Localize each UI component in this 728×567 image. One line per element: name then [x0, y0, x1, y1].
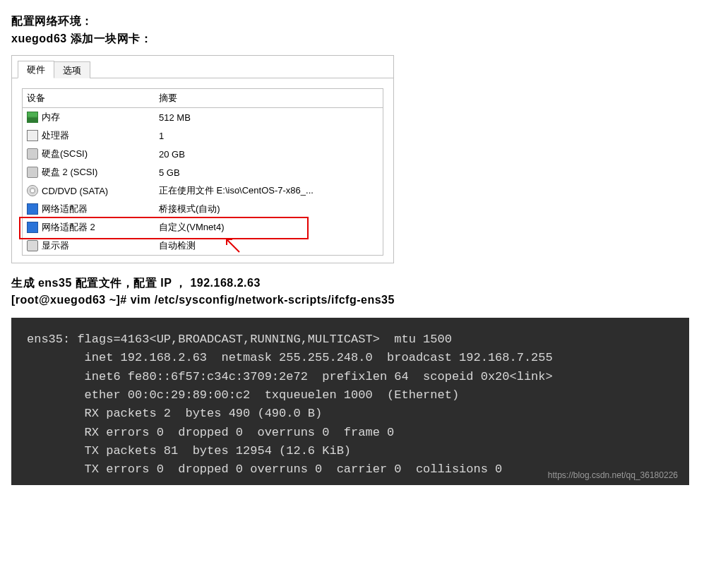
hardware-row[interactable]: 网络适配器 2自定义(VMnet4) [23, 218, 383, 237]
device-summary: 20 GB [155, 146, 383, 162]
cd-icon [27, 185, 38, 196]
hardware-row[interactable]: 硬盘 2 (SCSI)5 GB [23, 163, 383, 181]
device-name: 硬盘(SCSI) [42, 148, 88, 160]
device-cell: 硬盘(SCSI) [23, 145, 155, 163]
hardware-row[interactable]: 处理器1 [23, 126, 383, 145]
hardware-row[interactable]: 硬盘(SCSI)20 GB [23, 145, 383, 163]
device-name: 硬盘 2 (SCSI) [42, 166, 97, 179]
device-cell: 内存 [23, 108, 155, 126]
hdd-icon [27, 167, 38, 178]
hdd-icon [27, 148, 38, 160]
vm-hardware-panel: 硬件 选项 设备 摘要 内存512 MB处理器1硬盘(SCSI)20 GB硬盘 … [11, 55, 394, 263]
device-summary: 自动检测 [155, 237, 383, 255]
device-summary: 1 [155, 128, 383, 144]
col-header-summary: 摘要 [155, 89, 383, 107]
device-cell: 网络适配器 2 [23, 218, 155, 237]
device-cell: 硬盘 2 (SCSI) [23, 163, 155, 181]
device-cell: 显示器 [23, 237, 155, 255]
col-header-device: 设备 [23, 89, 155, 107]
device-summary: 桥接模式(自动) [155, 200, 383, 218]
disp-icon [27, 240, 38, 251]
tab-options[interactable]: 选项 [54, 61, 90, 78]
device-summary: 512 MB [155, 109, 383, 126]
device-name: 显示器 [42, 239, 69, 252]
doc-line-3: 生成 ens35 配置文件，配置 IP ， 192.168.2.63 [11, 276, 717, 291]
device-name: 处理器 [42, 129, 69, 142]
device-summary: 5 GB [155, 165, 383, 181]
hardware-list-header: 设备 摘要 [23, 89, 383, 108]
doc-line-1: 配置网络环境： [11, 14, 717, 29]
device-name: 网络适配器 2 [42, 221, 95, 234]
doc-line-4: [root@xuegod63 ~]# vim /etc/sysconfig/ne… [11, 294, 717, 306]
mem-icon [27, 112, 38, 123]
hardware-row[interactable]: CD/DVD (SATA)正在使用文件 E:\iso\CentOS-7-x86_… [23, 181, 383, 200]
device-cell: 网络适配器 [23, 200, 155, 218]
device-cell: 处理器 [23, 126, 155, 145]
device-name: 网络适配器 [42, 203, 88, 215]
doc-line-2: xuegod63 添加一块网卡： [11, 32, 717, 47]
terminal-output: ens35: flags=4163<UP,BROADCAST,RUNNING,M… [11, 318, 689, 485]
hardware-row[interactable]: 显示器自动检测 [23, 237, 383, 255]
device-name: 内存 [42, 111, 60, 124]
tab-hardware[interactable]: 硬件 [18, 61, 54, 78]
hardware-row[interactable]: 网络适配器桥接模式(自动) [23, 200, 383, 218]
nic-icon [27, 203, 38, 215]
cpu-icon [27, 130, 38, 141]
terminal-text: ens35: flags=4163<UP,BROADCAST,RUNNING,M… [27, 333, 553, 476]
device-summary: 自定义(VMnet4) [155, 218, 383, 237]
device-summary: 正在使用文件 E:\iso\CentOS-7-x86_... [155, 181, 383, 200]
nic-icon [27, 222, 38, 233]
tab-bar: 硬件 选项 [12, 56, 393, 78]
hardware-row[interactable]: 内存512 MB [23, 108, 383, 126]
device-name: CD/DVD (SATA) [42, 186, 108, 196]
device-cell: CD/DVD (SATA) [23, 182, 155, 199]
hardware-list: 设备 摘要 内存512 MB处理器1硬盘(SCSI)20 GB硬盘 2 (SCS… [22, 88, 383, 256]
watermark: https://blog.csdn.net/qq_36180226 [548, 469, 678, 482]
